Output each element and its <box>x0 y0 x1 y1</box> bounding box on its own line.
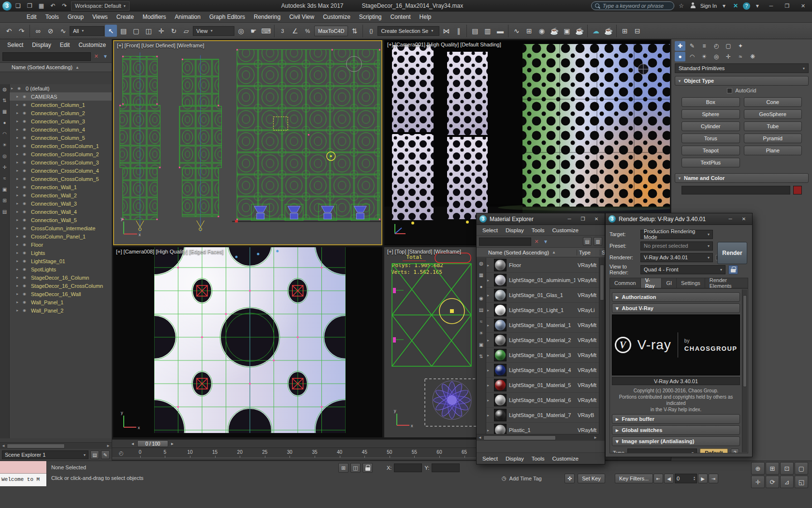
scroll-thumb[interactable] <box>483 435 556 440</box>
expand-arrow-icon[interactable]: ▸ <box>16 201 21 206</box>
select-and-scale-icon[interactable]: ▱ <box>180 25 192 37</box>
visibility-eye-icon[interactable]: ◉ <box>23 242 28 247</box>
scene-object-row[interactable]: ▸ ◉ Floor <box>10 240 112 249</box>
material-row[interactable]: ▸ LightStage_01_Material_2 VRayMt <box>486 333 599 348</box>
object-name-input[interactable] <box>682 186 790 194</box>
menubar-item[interactable]: Edit <box>22 14 41 20</box>
select-and-link-icon[interactable]: ∞ <box>32 25 44 37</box>
current-frame-field[interactable]: 0 ▴▾ <box>675 474 697 483</box>
scene-explorer-menu-item[interactable]: Customize <box>74 42 110 48</box>
scene-object-row[interactable]: ▸ ◉ Connection_CrossColumn_4 <box>10 166 112 175</box>
minimize-button[interactable]: ─ <box>765 1 778 11</box>
scene-object-row[interactable]: ▸ ◉ CrossColumn_intermediate <box>10 224 112 232</box>
material-row[interactable]: ▸ LightStage_01_Material_1 VRayMt <box>486 318 599 333</box>
render-iterative-icon[interactable]: ☕ <box>602 25 614 37</box>
scene-object-row[interactable]: ▸ ◉ CrossColumn_Panel_1 <box>10 232 112 240</box>
spacewarps-category-icon[interactable]: ≈ <box>735 52 746 61</box>
new-file-icon[interactable]: ❏ <box>13 1 23 11</box>
scroll-thumb[interactable] <box>600 265 604 300</box>
create-tab-icon[interactable]: ✚ <box>675 41 685 51</box>
maxscript-mini-listener[interactable]: Welcome to M <box>0 461 47 486</box>
object-type-button[interactable]: Plane <box>744 146 802 155</box>
edit-named-sets-icon[interactable]: {} <box>365 25 377 37</box>
align-icon[interactable]: ∥ <box>452 25 464 37</box>
pan-icon[interactable]: ✛ <box>751 476 765 488</box>
select-object-icon[interactable]: ↖ <box>105 25 117 37</box>
spacewarps-filter-icon[interactable]: ≈ <box>1 175 9 182</box>
visibility-eye-icon[interactable]: ◉ <box>23 94 28 99</box>
material-thumbnail[interactable] <box>494 424 507 434</box>
maximize-viewport-icon[interactable]: ◱ <box>795 476 808 488</box>
expand-arrow-icon[interactable]: ▸ <box>16 111 21 115</box>
expand-arrow-icon[interactable]: ▸ <box>16 267 21 271</box>
renderer-dropdown[interactable]: V-Ray Adv 3.40.01▾ <box>640 253 713 262</box>
expand-arrow-icon[interactable]: ▸ <box>487 323 492 328</box>
menubar-item[interactable]: Rendering <box>249 14 285 20</box>
scene-object-row[interactable]: ▸ ◉ Wall_Panel_2 <box>10 306 112 314</box>
motion-tab-icon[interactable]: ◴ <box>711 41 722 51</box>
material-explorer-menu-item[interactable]: Tools <box>528 227 549 233</box>
menubar-item[interactable]: Help <box>415 14 436 20</box>
visibility-eye-icon[interactable]: ◉ <box>23 275 28 280</box>
y-coordinate-input[interactable] <box>432 463 460 472</box>
visibility-eye-icon[interactable]: ◉ <box>23 177 28 181</box>
lights-filter-icon[interactable]: ☀ <box>1 142 9 149</box>
listener-output-row[interactable]: Welcome to M <box>0 474 46 486</box>
object-type-button[interactable]: Torus <box>682 134 740 143</box>
open-file-icon[interactable]: ❐ <box>25 1 35 11</box>
orbit-icon[interactable]: ⟳ <box>766 476 779 488</box>
scene-object-row[interactable]: ▸ ◉ Connection_Column_1 <box>10 101 112 109</box>
scene-object-row[interactable]: ▸ ◉ SpotLights <box>10 265 112 273</box>
3dsmax-logo[interactable]: 3 <box>2 1 12 11</box>
expand-arrow-icon[interactable]: ▸ <box>487 353 492 358</box>
scene-object-row[interactable]: ▸ ◉ StageDecor_16_Wall <box>10 290 112 298</box>
unlink-selection-icon[interactable]: ⊘ <box>44 25 57 37</box>
bind-to-spacewarp-icon[interactable]: ∿ <box>57 25 69 37</box>
expand-arrow-icon[interactable]: ▸ <box>16 177 21 181</box>
scene-object-row[interactable]: ▸ ◉ Connection_CrossColumn_3 <box>10 158 112 166</box>
material-vscrollbar[interactable] <box>599 258 605 434</box>
collapse-tree-icon[interactable]: ▥ <box>594 237 602 246</box>
menubar-item[interactable]: Graph Editors <box>205 14 249 20</box>
visibility-eye-icon[interactable]: ◉ <box>17 86 23 90</box>
expand-arrow-icon[interactable]: ▸ <box>487 293 492 298</box>
target-dropdown[interactable]: Production Rendering Mode▾ <box>640 230 713 239</box>
visibility-eye-icon[interactable]: ◉ <box>23 144 28 148</box>
material-thumbnail[interactable] <box>494 334 507 346</box>
isolate-selection-icon[interactable]: ⊞ <box>338 463 348 473</box>
default-button[interactable]: Default <box>700 448 728 453</box>
display-all-icon[interactable]: ▦ <box>1 108 9 115</box>
show-maps-icon[interactable]: ▦ <box>478 272 485 279</box>
scene-object-row[interactable]: ▸ ◉ Connection_Column_5 <box>10 134 112 142</box>
scene-object-row[interactable]: ▸ ◉ Connection_Wall_5 <box>10 216 112 224</box>
hierarchy-tab-icon[interactable]: ≡ <box>699 41 710 51</box>
scroll-right-icon[interactable]: ► <box>105 444 112 448</box>
angle-snap-icon[interactable]: ∠ <box>289 25 301 37</box>
material-thumbnail[interactable] <box>494 274 507 286</box>
global-switches-rollout[interactable]: ▸ Global switches <box>612 425 740 435</box>
scene-explorer-menu-item[interactable]: Select <box>3 42 28 48</box>
set-key-button[interactable]: Set Key <box>578 474 605 483</box>
scene-object-row[interactable]: ▸ ◉ Connection_CrossColumn_5 <box>10 175 112 183</box>
selection-lock-icon[interactable] <box>362 463 373 473</box>
set-key-icon[interactable]: ✜ <box>565 474 575 483</box>
visibility-eye-icon[interactable]: ◉ <box>23 284 28 288</box>
expand-arrow-icon[interactable]: ▸ <box>16 292 21 296</box>
top-viewport-label[interactable]: [+] [Top] [Standard] [Wireframe] <box>387 249 461 254</box>
expand-arrow-icon[interactable]: ▸ <box>16 127 21 132</box>
expand-arrow-icon[interactable]: ▸ <box>487 428 492 433</box>
select-and-rotate-icon[interactable]: ↻ <box>168 25 180 37</box>
scroll-right-icon[interactable]: ► <box>592 435 599 440</box>
key-filters-button[interactable]: Key Filters... <box>615 474 653 483</box>
menubar-item[interactable]: Modifiers <box>138 14 171 20</box>
shapes-category-icon[interactable]: ◠ <box>687 52 697 61</box>
find-icon[interactable]: ◍ <box>1 86 9 93</box>
sort-materials-icon[interactable]: ⇅ <box>478 353 485 360</box>
percent-snap-icon[interactable]: % <box>302 25 314 37</box>
redo-icon[interactable]: ↷ <box>15 25 28 37</box>
scene-object-row[interactable]: ▸ ◉ Connection_Wall_1 <box>10 183 112 191</box>
render-production-icon[interactable]: ☕ <box>573 25 585 37</box>
object-type-button[interactable]: Sphere <box>682 109 740 119</box>
expand-arrow-icon[interactable]: ▸ <box>16 218 21 222</box>
object-type-rollout[interactable]: ▾ Object Type <box>675 76 809 86</box>
